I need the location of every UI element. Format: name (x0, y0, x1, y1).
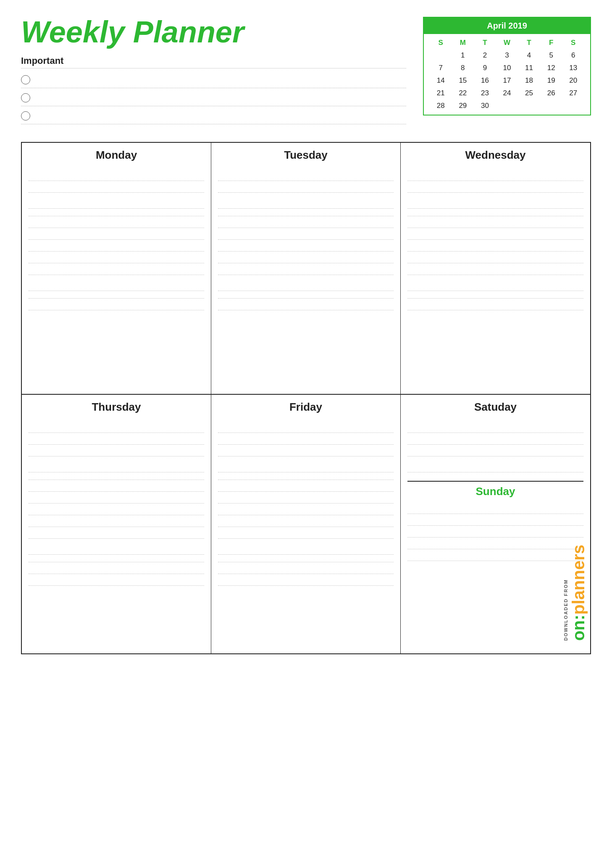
thursday-line-9 (29, 515, 204, 527)
monday-line-7 (29, 240, 204, 252)
monday-line-3 (29, 193, 204, 209)
cal-w4-d2: 22 (452, 88, 474, 99)
wednesday-line-12 (407, 299, 583, 310)
cal-w2-d6: 12 (540, 63, 562, 73)
cal-w3-d2: 15 (452, 75, 474, 86)
tuesday-line-1 (218, 169, 394, 181)
wednesday-line-7 (407, 240, 583, 252)
friday-line-7 (218, 492, 394, 503)
cal-w1-d7: 6 (562, 50, 584, 61)
cal-header-f: F (540, 37, 562, 48)
watermark-text: DOWNLOADED FROM (563, 579, 568, 641)
cal-w5-d3: 30 (474, 100, 496, 111)
saturday-line-4 (407, 456, 583, 472)
thursday-line-11 (29, 539, 204, 555)
friday-line-1 (218, 421, 394, 433)
thursday-column: Thursday (22, 395, 211, 653)
saturday-line-2 (407, 433, 583, 445)
friday-line-2 (218, 433, 394, 445)
tuesday-line-7 (218, 240, 394, 252)
wednesday-lines (407, 169, 583, 310)
friday-line-12 (218, 555, 394, 562)
wednesday-line-6 (407, 228, 583, 240)
wednesday-line-1 (407, 169, 583, 181)
monday-line-2 (29, 181, 204, 193)
tuesday-line-11 (218, 291, 394, 299)
cal-w1-d4: 3 (496, 50, 518, 61)
monday-line-8 (29, 252, 204, 263)
cal-w4-d3: 23 (474, 88, 496, 99)
friday-line-3 (218, 445, 394, 456)
friday-column: Friday (211, 395, 401, 653)
friday-lines (218, 421, 394, 586)
tuesday-line-6 (218, 228, 394, 240)
friday-line-4 (218, 456, 394, 472)
calendar-grid: S M T W T F S 1 2 3 4 5 6 7 8 9 10 11 12… (424, 34, 590, 115)
cal-w5-d6 (540, 100, 562, 111)
cal-w2-d3: 9 (474, 63, 496, 73)
cal-w1-d1 (430, 50, 452, 61)
cal-w2-d7: 13 (562, 63, 584, 73)
wednesday-line-8 (407, 252, 583, 263)
cal-header-w: W (496, 37, 518, 48)
cal-w2-d1: 7 (430, 63, 452, 73)
wednesday-line-3 (407, 193, 583, 209)
monday-line-10 (29, 275, 204, 291)
thursday-title: Thursday (29, 401, 204, 414)
sunday-line-5 (407, 549, 583, 561)
tuesday-line-3 (218, 193, 394, 209)
cal-header-s2: S (562, 37, 584, 48)
thursday-line-2 (29, 433, 204, 445)
watermark-brand: on:planners (570, 545, 587, 641)
wednesday-line-4 (407, 209, 583, 216)
friday-line-11 (218, 539, 394, 555)
important-item-1 (21, 75, 406, 84)
cal-w3-d4: 17 (496, 75, 518, 86)
monday-line-9 (29, 263, 204, 275)
monday-line-6 (29, 228, 204, 240)
tuesday-column: Tuesday (211, 143, 401, 394)
wednesday-line-11 (407, 291, 583, 299)
cal-w2-d2: 8 (452, 63, 474, 73)
cal-w5-d1: 28 (430, 100, 452, 111)
cal-w5-d5 (518, 100, 540, 111)
sunday-line-2 (407, 514, 583, 526)
cal-w3-d5: 18 (518, 75, 540, 86)
thursday-line-10 (29, 527, 204, 539)
circle-icon-3 (21, 111, 30, 121)
friday-line-14 (218, 574, 394, 586)
tuesday-line-5 (218, 216, 394, 228)
monday-column: Monday (22, 143, 211, 394)
tuesday-title: Tuesday (218, 149, 394, 162)
cal-w4-d6: 26 (540, 88, 562, 99)
page-title: Weekly Planner (21, 17, 406, 47)
dotted-line-2 (21, 106, 406, 106)
dotted-line-3 (21, 124, 406, 124)
cal-w5-d4 (496, 100, 518, 111)
weekly-grid-bottom: Thursday Friday (21, 394, 591, 654)
thursday-line-12 (29, 555, 204, 562)
tuesday-line-2 (218, 181, 394, 193)
sunday-line-3 (407, 526, 583, 538)
wednesday-title: Wednesday (407, 149, 583, 162)
dotted-line-1 (21, 88, 406, 88)
watermark-on: on: (569, 615, 588, 641)
monday-line-1 (29, 169, 204, 181)
monday-line-4 (29, 209, 204, 216)
saturday-line-1 (407, 421, 583, 433)
monday-title: Monday (29, 149, 204, 162)
sunday-title: Sunday (407, 485, 583, 498)
thursday-lines (29, 421, 204, 586)
thursday-line-4 (29, 456, 204, 472)
friday-line-10 (218, 527, 394, 539)
wednesday-line-2 (407, 181, 583, 193)
friday-title: Friday (218, 401, 394, 414)
circle-icon-2 (21, 93, 30, 102)
cal-w3-d1: 14 (430, 75, 452, 86)
thursday-line-6 (29, 480, 204, 492)
cal-header-s1: S (430, 37, 452, 48)
cal-w3-d6: 19 (540, 75, 562, 86)
weekly-grid-top: Monday Tuesday (21, 142, 591, 394)
header-section: Weekly Planner Important April 2019 S M … (21, 17, 591, 129)
cal-w3-d3: 16 (474, 75, 496, 86)
